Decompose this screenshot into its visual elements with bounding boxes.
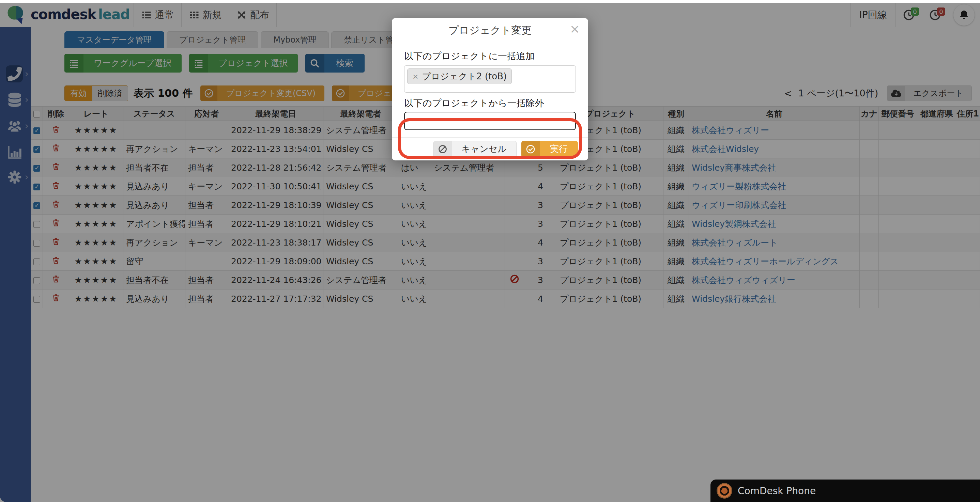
check-circle-icon xyxy=(521,141,540,157)
modal-body: 以下のプロジェクトに一括追加 × プロジェクト2 (toB) 以下のプロジェクト… xyxy=(392,42,588,130)
bulk-remove-project-input[interactable] xyxy=(404,112,576,130)
cancel-button[interactable]: キャンセル xyxy=(433,141,517,157)
modal-footer: キャンセル 実行 xyxy=(392,137,588,160)
bulk-add-project-input[interactable]: × プロジェクト2 (toB) xyxy=(404,65,576,93)
page: comdesklead 通常 新規 xyxy=(0,0,980,502)
selected-project-tag: × プロジェクト2 (toB) xyxy=(407,68,512,84)
comdesk-phone-label: ComDesk Phone xyxy=(738,485,816,497)
bulk-add-label: 以下のプロジェクトに一括追加 xyxy=(404,51,576,62)
close-icon[interactable]: × xyxy=(570,23,580,35)
modal-header: プロジェクト変更 × xyxy=(392,18,588,42)
execute-button[interactable]: 実行 xyxy=(521,141,578,157)
remove-tag-icon[interactable]: × xyxy=(412,72,418,81)
selected-project-tag-label: プロジェクト2 (toB) xyxy=(422,70,507,83)
cancel-label: キャンセル xyxy=(452,141,516,157)
cancel-circle-icon xyxy=(433,141,452,157)
comdesk-phone-widget[interactable]: ComDesk Phone xyxy=(711,480,980,502)
project-change-modal: プロジェクト変更 × 以下のプロジェクトに一括追加 × プロジェクト2 (toB… xyxy=(392,18,588,160)
execute-label: 実行 xyxy=(540,141,578,157)
comdesk-phone-logo-icon xyxy=(717,483,732,499)
bulk-remove-label: 以下のプロジェクトから一括除外 xyxy=(404,97,576,109)
modal-title: プロジェクト変更 xyxy=(392,18,588,42)
